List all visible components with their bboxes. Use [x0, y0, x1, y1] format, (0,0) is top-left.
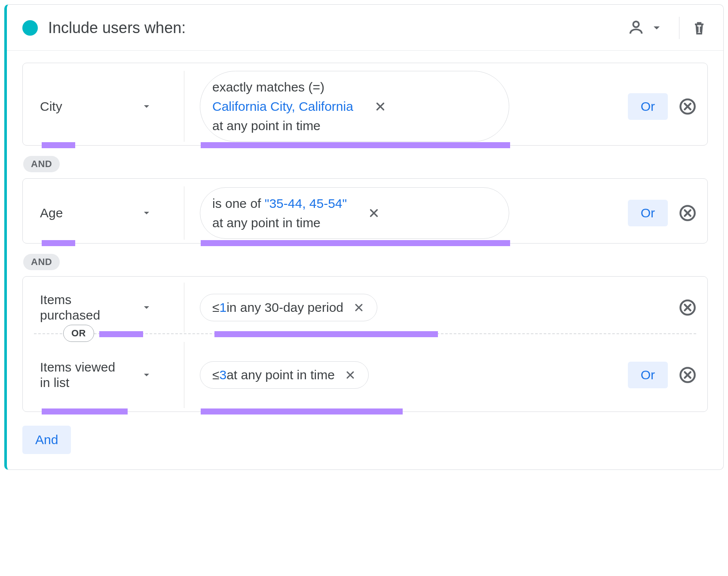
add-or-button[interactable]: Or [628, 93, 668, 120]
row-actions: Or [619, 342, 696, 408]
delete-button[interactable] [691, 19, 708, 37]
caret-down-icon [141, 208, 152, 218]
clear-condition-button[interactable] [374, 100, 387, 113]
panel-title: Include users when: [48, 19, 622, 37]
condition-time: at any point in time [212, 213, 347, 232]
condition-pill[interactable]: ≤ 1 in any 30-day period [200, 294, 377, 321]
row-actions [670, 283, 696, 332]
condition-suffix: at any point in time [226, 368, 335, 382]
highlight-bar [42, 142, 75, 148]
remove-row-button[interactable] [679, 98, 696, 115]
and-connector: AND [23, 254, 60, 270]
remove-row-button[interactable] [679, 366, 696, 384]
dimension-cell: Age [23, 186, 184, 240]
condition-cell: is one of "35-44, 45-54" at any point in… [200, 186, 619, 240]
caret-down-icon [141, 101, 152, 112]
dimension-label: City [40, 99, 62, 114]
audience-condition-panel: Include users when: City [4, 4, 724, 470]
divider [679, 17, 679, 39]
dimension-dropdown[interactable]: Items viewed in list [40, 360, 152, 390]
include-indicator-dot [22, 20, 38, 36]
header-actions [622, 17, 708, 39]
condition-value: California City, California [212, 97, 353, 116]
add-or-button[interactable]: Or [628, 362, 668, 388]
clear-condition-button[interactable] [367, 207, 380, 219]
dimension-dropdown[interactable]: Items purchased [40, 292, 152, 323]
caret-down-icon [141, 370, 152, 380]
condition-suffix: in any 30-day period [226, 300, 343, 315]
condition-cell: ≤ 3 at any point in time [200, 342, 619, 408]
condition-row: City exactly matches (=) California City… [23, 63, 707, 145]
clear-condition-button[interactable] [344, 369, 356, 381]
condition-pill[interactable]: is one of "35-44, 45-54" at any point in… [200, 187, 509, 239]
highlight-bar [42, 408, 128, 414]
add-or-button[interactable]: Or [628, 200, 668, 226]
dimension-dropdown[interactable]: Age [40, 205, 152, 221]
condition-op: ≤ [212, 300, 219, 315]
condition-value: 1 [219, 300, 226, 315]
condition-group: Items purchased ≤ 1 in any 30-day period [22, 276, 708, 412]
dimension-cell: Items purchased [23, 283, 184, 332]
condition-operator: is one of [212, 196, 265, 210]
remove-row-button[interactable] [679, 204, 696, 222]
caret-down-icon [651, 22, 663, 34]
condition-row: Age is one of "35-44, 45-54" at any poin… [23, 179, 707, 243]
highlight-bar [42, 240, 75, 246]
and-connector: AND [23, 156, 60, 172]
condition-group: Age is one of "35-44, 45-54" at any poin… [22, 178, 708, 244]
highlight-bar [201, 240, 510, 246]
condition-operator: exactly matches (=) [212, 77, 353, 97]
condition-pill[interactable]: exactly matches (=) California City, Cal… [200, 71, 509, 142]
panel-body: City exactly matches (=) California City… [7, 51, 723, 469]
clear-condition-button[interactable] [353, 302, 365, 314]
condition-op: ≤ [212, 368, 219, 382]
dimension-label: Age [40, 205, 63, 221]
highlight-bar [201, 142, 510, 148]
add-and-button[interactable]: And [22, 426, 71, 454]
condition-line: is one of "35-44, 45-54" [212, 194, 347, 213]
condition-time: at any point in time [212, 116, 353, 135]
dimension-cell: Items viewed in list [23, 342, 184, 408]
row-actions: Or [619, 71, 696, 142]
pill-content: exactly matches (=) California City, Cal… [212, 77, 353, 135]
condition-value: "35-44, 45-54" [265, 196, 347, 210]
panel-header: Include users when: [7, 5, 723, 51]
condition-row: Items purchased ≤ 1 in any 30-day period [23, 277, 707, 333]
scope-dropdown[interactable] [622, 17, 668, 39]
condition-row: Items viewed in list ≤ 3 at any point in… [23, 334, 707, 411]
dimension-label: Items purchased [40, 292, 117, 323]
condition-pill[interactable]: ≤ 3 at any point in time [200, 361, 369, 389]
dimension-label: Items viewed in list [40, 360, 117, 390]
condition-cell: exactly matches (=) California City, Cal… [200, 71, 619, 142]
pill-content: is one of "35-44, 45-54" at any point in… [212, 194, 347, 232]
condition-value: 3 [219, 368, 226, 382]
caret-down-icon [141, 302, 152, 313]
condition-cell: ≤ 1 in any 30-day period [200, 283, 670, 332]
condition-group: City exactly matches (=) California City… [22, 63, 708, 146]
row-actions: Or [619, 186, 696, 240]
remove-row-button[interactable] [679, 299, 696, 316]
person-icon [627, 19, 645, 37]
dimension-cell: City [23, 71, 184, 142]
dimension-dropdown[interactable]: City [40, 99, 152, 114]
highlight-bar [201, 408, 403, 414]
